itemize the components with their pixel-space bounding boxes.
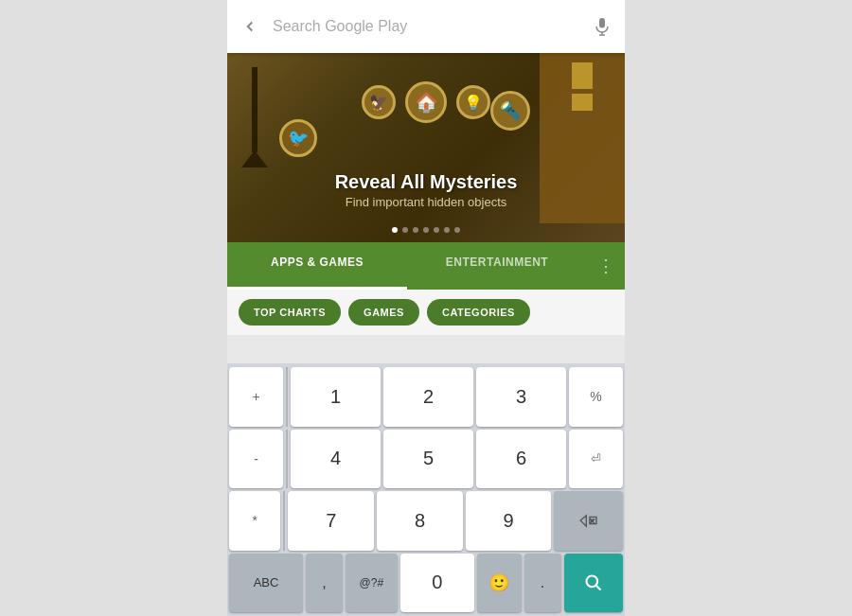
key-4[interactable]: 4 <box>291 430 381 489</box>
keyboard-row-2: - 4 5 6 ⏎ <box>229 430 623 489</box>
key-backspace[interactable] <box>554 491 623 551</box>
key-divider-2 <box>286 430 288 489</box>
key-5[interactable]: 5 <box>383 430 473 489</box>
top-charts-button[interactable]: TOP CHARTS <box>239 299 341 326</box>
dot-5 <box>434 227 439 233</box>
category-buttons: TOP CHARTS GAMES CATEGORIES <box>227 290 625 335</box>
keyboard-row-1: + 1 2 3 % <box>229 367 623 427</box>
key-3[interactable]: 3 <box>476 367 566 427</box>
banner-text: Reveal All Mysteries Find important hidd… <box>227 171 625 209</box>
dot-1 <box>392 227 398 233</box>
key-minus[interactable]: - <box>229 430 283 489</box>
categories-button[interactable]: CATEGORIES <box>427 299 530 326</box>
search-bar: Search Google Play <box>227 0 625 53</box>
key-plus[interactable]: + <box>229 367 283 427</box>
char-circle-right: 🔦 <box>490 91 530 131</box>
svg-rect-0 <box>599 18 605 28</box>
banner-area: 🐦 🦅 🏠 💡 🔦 Reveal All Mysteries Find impo… <box>227 53 625 242</box>
dot-6 <box>444 227 450 233</box>
char-circle-3: 💡 <box>456 85 490 119</box>
key-0[interactable]: 0 <box>400 554 474 613</box>
key-divider-1 <box>286 367 288 427</box>
key-tab[interactable]: ⏎ <box>569 430 623 489</box>
key-7[interactable]: 7 <box>288 491 374 551</box>
dot-2 <box>402 227 408 233</box>
key-symbols[interactable]: @?# <box>346 554 398 613</box>
key-2[interactable]: 2 <box>383 367 473 427</box>
dots-indicator <box>227 227 625 233</box>
key-percent[interactable]: % <box>569 367 623 427</box>
key-dot[interactable]: . <box>524 554 561 613</box>
key-search[interactable] <box>564 554 623 613</box>
back-button[interactable] <box>239 15 261 38</box>
banner-title: Reveal All Mysteries <box>227 171 625 193</box>
keyboard-spacer <box>227 335 625 363</box>
character-icon-left: 🐦 <box>279 119 317 157</box>
char-circle-1: 🦅 <box>362 85 396 119</box>
keyboard-row-4: ABC , @?# 0 🙂 . <box>229 554 623 613</box>
dot-4 <box>423 227 429 233</box>
keyboard-row-3: * 7 8 9 <box>229 491 623 551</box>
banner-subtitle: Find important hidden objects <box>227 195 625 209</box>
tabs-container: APPS & GAMES ENTERTAINMENT ⋮ <box>227 242 625 290</box>
search-placeholder: Search Google Play <box>273 18 407 35</box>
char-circle-2: 🏠 <box>405 81 447 123</box>
keyboard-area: + 1 2 3 % - 4 5 6 ⏎ * 7 8 <box>227 335 625 616</box>
key-comma[interactable]: , <box>306 554 343 613</box>
dot-3 <box>413 227 418 233</box>
tab-more-button[interactable]: ⋮ <box>587 242 625 290</box>
keyboard: + 1 2 3 % - 4 5 6 ⏎ * 7 8 <box>227 363 625 616</box>
key-6[interactable]: 6 <box>476 430 566 489</box>
key-8[interactable]: 8 <box>377 491 463 551</box>
banner-background: 🐦 🦅 🏠 💡 🔦 Reveal All Mysteries Find impo… <box>227 53 625 242</box>
phone-container: Search Google Play 🐦 <box>227 0 625 616</box>
dot-7 <box>454 227 460 233</box>
key-9[interactable]: 9 <box>466 491 552 551</box>
tower-decoration <box>241 67 268 167</box>
key-abc[interactable]: ABC <box>229 554 303 613</box>
svg-line-6 <box>596 586 601 590</box>
tab-entertainment[interactable]: ENTERTAINMENT <box>407 242 587 290</box>
search-input[interactable]: Search Google Play <box>273 18 579 35</box>
key-divider-3 <box>283 491 285 551</box>
key-asterisk[interactable]: * <box>229 491 280 551</box>
key-emoji[interactable]: 🙂 <box>477 554 522 613</box>
character-circles: 🦅 🏠 💡 <box>362 81 490 123</box>
tab-apps-games[interactable]: APPS & GAMES <box>227 242 407 290</box>
svg-point-5 <box>586 575 597 587</box>
mic-icon[interactable] <box>591 15 613 38</box>
games-button[interactable]: GAMES <box>348 299 419 326</box>
key-1[interactable]: 1 <box>291 367 381 427</box>
